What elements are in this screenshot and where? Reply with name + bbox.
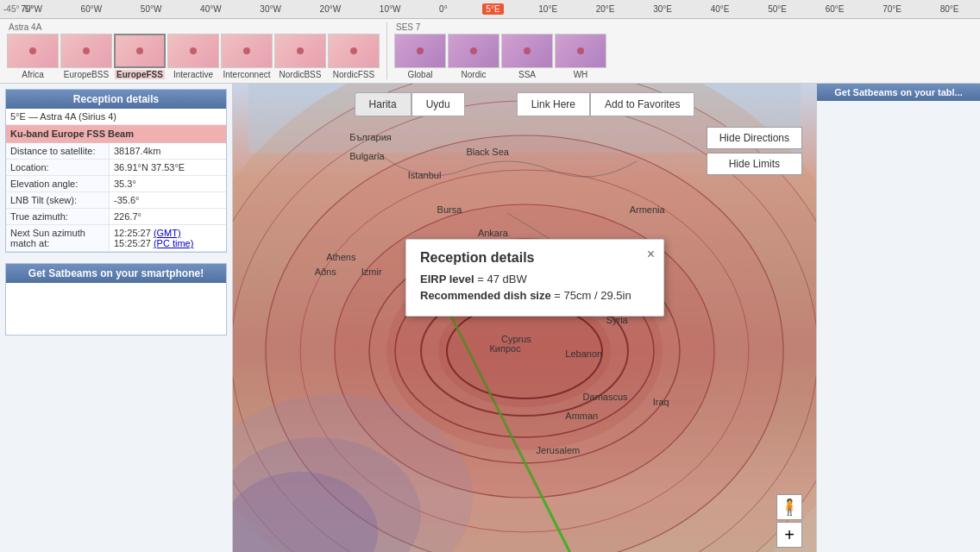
sat-thumb-image xyxy=(501,34,553,68)
sat-thumb-image xyxy=(328,34,380,68)
popup-dish-label: Recommended dish size xyxy=(420,289,551,302)
reception-row-value: 38187.4km xyxy=(110,143,226,159)
btn-hide-directions[interactable]: Hide Directions xyxy=(707,127,802,149)
popup-title: Reception details xyxy=(420,250,650,266)
map-actions: Hide Directions Hide Limits xyxy=(707,127,802,175)
sat-thumb-label: Interactive xyxy=(173,70,213,79)
reception-panel-title: Reception details xyxy=(6,90,226,109)
sat-thumb-europebss[interactable]: EuropeBSS xyxy=(60,34,112,79)
sat-thumb-interconnect[interactable]: Interconnect xyxy=(221,34,273,79)
ruler-mark: 0° xyxy=(436,4,451,14)
reception-row: Location:36.91°N 37.53°E xyxy=(6,160,226,176)
reception-row-label: True azimuth: xyxy=(6,209,110,224)
sat-thumb-label: Africa xyxy=(22,70,44,79)
sat-thumb-nordicfss[interactable]: NordicFSS xyxy=(328,34,380,79)
ruler-mark: 40°E xyxy=(707,4,733,14)
ruler-mark: 30°E xyxy=(650,4,675,14)
sat-thumb-global[interactable]: Global xyxy=(394,34,446,79)
smartphone-content xyxy=(6,283,226,335)
svg-point-10 xyxy=(447,304,602,398)
reception-row-value: 12:25:27 (GMT)15:25:27 (PC time) xyxy=(110,225,226,251)
map-place-label: Кипрос xyxy=(489,343,520,354)
ruler-mark: 40°W xyxy=(197,4,225,14)
map-place-label: Cyprus xyxy=(501,334,531,344)
popup-close-button[interactable]: × xyxy=(647,247,655,262)
reception-row-value: 35.3° xyxy=(110,176,226,191)
reception-row-value: -35.6° xyxy=(110,192,226,208)
map-place-label: Bulgaria xyxy=(349,151,384,161)
ruler-mark: 5°E xyxy=(482,3,503,15)
map-place-label: Black Sea xyxy=(466,147,509,157)
sat-thumb-label: SSA xyxy=(518,70,536,79)
sat-thumb-ssa[interactable]: SSA xyxy=(501,34,553,79)
map-place-label: Bursa xyxy=(437,204,462,215)
sat-thumb-label: WH xyxy=(574,70,588,79)
map-place-label: Aðns xyxy=(315,267,336,277)
popup-eirp-value: 47 dBW xyxy=(487,273,526,285)
reception-row: Next Sun azimuth match at:12:25:27 (GMT)… xyxy=(6,225,226,252)
ruler-mark: 10°E xyxy=(535,4,561,14)
left-panel: Reception details 5°E — Astra 4A (Sirius… xyxy=(0,84,233,552)
popup-eirp-label: EIRP level xyxy=(420,273,474,285)
sat-thumb-nordicbss[interactable]: NordicBSS xyxy=(274,34,326,79)
svg-point-4 xyxy=(266,135,783,552)
sat-thumb-image xyxy=(167,34,219,68)
zoom-plus-button[interactable]: + xyxy=(776,522,802,548)
sat-group-label: Astra 4A xyxy=(9,22,41,32)
sat-thumb-interactive[interactable]: Interactive xyxy=(167,34,219,79)
reception-row-label: Distance to satellite: xyxy=(6,143,110,159)
ruler-mark: 30°W xyxy=(256,4,285,14)
sat-thumb-nordic[interactable]: Nordic xyxy=(448,34,499,79)
map-place-label: Jerusalem xyxy=(537,445,581,455)
reception-row-label: Next Sun azimuth match at: xyxy=(6,225,110,251)
reception-details-panel: Reception details 5°E — Astra 4A (Sirius… xyxy=(5,89,227,253)
svg-point-19 xyxy=(233,472,378,552)
map-place-label: Armenia xyxy=(630,204,665,215)
smartphone-panel-title: Get Satbeams on your smartphone! xyxy=(6,264,226,283)
zoom-controls: 🧍 + xyxy=(776,494,802,548)
popup-eirp-equals: = xyxy=(477,273,487,285)
reception-popup: Reception details × EIRP level = 47 dBW … xyxy=(405,239,664,317)
satellite-info-row: 5°E — Astra 4A (Sirius 4) xyxy=(6,109,226,125)
ruler-mark: 60°W xyxy=(78,4,106,14)
map-place-label: Lebanon xyxy=(565,348,602,359)
svg-point-13 xyxy=(266,135,783,552)
svg-point-17 xyxy=(233,394,473,552)
sat-thumb-image xyxy=(448,34,499,68)
map-place-label: Izmir xyxy=(361,267,382,277)
sat-thumb-label: NordicBSS xyxy=(280,70,322,79)
sat-thumb-image xyxy=(221,34,273,68)
tab-map[interactable]: Harita xyxy=(355,92,411,116)
ruler-mark: 20°E xyxy=(593,4,619,14)
right-panel: Get Satbeams on your tabl... xyxy=(816,84,980,552)
ruler-mark: 50°E xyxy=(764,4,790,14)
sat-thumb-image xyxy=(114,34,166,68)
sat-thumb-wh[interactable]: WH xyxy=(555,34,606,79)
sat-thumb-image xyxy=(7,34,59,68)
sat-thumb-africa[interactable]: Africa xyxy=(7,34,59,79)
map-area: Black SeaAnkaraBursaIstanbulAntalyaIzmir… xyxy=(233,84,816,552)
map-background: Black SeaAnkaraBursaIstanbulAntalyaIzmir… xyxy=(233,84,816,552)
sat-thumb-image xyxy=(274,34,326,68)
zoom-person-icon[interactable]: 🧍 xyxy=(776,494,802,520)
popup-eirp-row: EIRP level = 47 dBW xyxy=(420,273,650,285)
btn-link-here[interactable]: Link Here xyxy=(517,92,590,116)
ruler-mark: 20°W xyxy=(317,4,345,14)
reception-row-label: Location: xyxy=(6,160,110,175)
tab-uydu[interactable]: Uydu xyxy=(411,92,465,116)
btn-hide-limits[interactable]: Hide Limits xyxy=(707,153,802,175)
popup-dish-equals: = xyxy=(554,289,563,302)
reception-row-label: Elevation angle: xyxy=(6,176,110,191)
map-toolbar: Harita Uydu Link Here Add to Favorites xyxy=(233,92,816,116)
popup-dish-value: 75cm / 29.5in xyxy=(564,289,631,302)
smartphone-panel: Get Satbeams on your smartphone! xyxy=(5,263,227,336)
sat-thumb-label: EuropeFSS xyxy=(115,70,165,79)
ruler-mark: 80°E xyxy=(937,4,963,14)
svg-point-5 xyxy=(300,170,749,532)
longitude-ruler: -45° -5° 70°W60°W50°W40°W30°W20°W10°W0°5… xyxy=(0,0,980,19)
sat-thumb-image xyxy=(394,34,446,68)
btn-add-favorites[interactable]: Add to Favorites xyxy=(590,92,694,116)
sat-thumb-europefss[interactable]: EuropeFSS xyxy=(114,34,166,79)
map-place-label: Athens xyxy=(326,252,355,262)
ruler-mark: 70°E xyxy=(879,4,905,14)
